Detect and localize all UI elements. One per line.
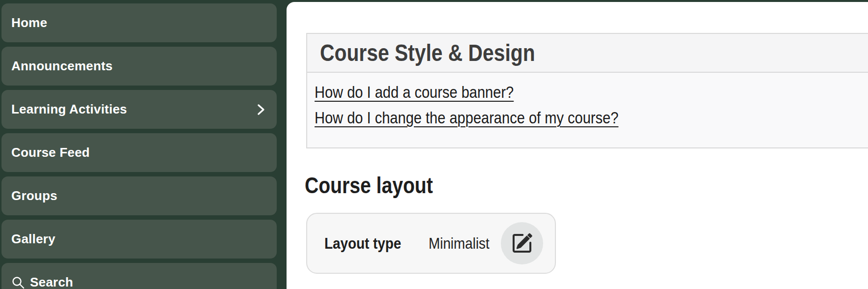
faq-link-change-appearance[interactable]: How do I change the appearance of my cou… bbox=[315, 109, 618, 127]
sidebar-item-gallery[interactable]: Gallery bbox=[1, 220, 277, 259]
sidebar-item-search[interactable]: Search bbox=[1, 263, 277, 289]
faq-box-body: How do I add a course banner? How do I c… bbox=[307, 73, 868, 131]
course-sidebar: Home Announcements Learning Activities C… bbox=[1, 3, 277, 289]
search-icon bbox=[11, 276, 25, 289]
sidebar-item-home[interactable]: Home bbox=[1, 3, 277, 42]
sidebar-item-learning-activities[interactable]: Learning Activities bbox=[1, 90, 277, 129]
layout-type-label: Layout type bbox=[324, 234, 401, 253]
sidebar-item-label: Announcements bbox=[11, 58, 113, 74]
faq-link-add-course-banner[interactable]: How do I add a course banner? bbox=[315, 83, 514, 102]
sidebar-item-label: Search bbox=[30, 275, 73, 289]
faq-link-row: How do I change the appearance of my cou… bbox=[315, 105, 868, 131]
page-title: Course Style & Design bbox=[320, 39, 535, 66]
chevron-right-icon bbox=[255, 103, 267, 116]
layout-type-value: Minimalist bbox=[429, 234, 490, 253]
faq-link-row: How do I add a course banner? bbox=[315, 80, 868, 105]
content-panel: Course Style & Design How do I add a cou… bbox=[287, 2, 868, 289]
sidebar-item-course-feed[interactable]: Course Feed bbox=[1, 133, 277, 172]
sidebar-item-label: Course Feed bbox=[11, 145, 90, 160]
faq-box-header: Course Style & Design bbox=[307, 34, 868, 73]
sidebar-item-label: Home bbox=[11, 15, 47, 30]
layout-type-row: Layout type Minimalist bbox=[324, 214, 498, 273]
course-layout-heading: Course layout bbox=[305, 172, 433, 199]
sidebar-item-groups[interactable]: Groups bbox=[1, 176, 277, 215]
sidebar-item-announcements[interactable]: Announcements bbox=[1, 47, 277, 86]
edit-layout-type-button[interactable] bbox=[501, 222, 543, 264]
pencil-square-icon bbox=[512, 233, 532, 254]
sidebar-item-label: Groups bbox=[11, 188, 58, 203]
sidebar-item-label: Learning Activities bbox=[11, 102, 127, 117]
sidebar-item-label: Gallery bbox=[11, 231, 56, 247]
faq-box: Course Style & Design How do I add a cou… bbox=[306, 33, 868, 148]
layout-type-card: Layout type Minimalist bbox=[306, 213, 556, 274]
